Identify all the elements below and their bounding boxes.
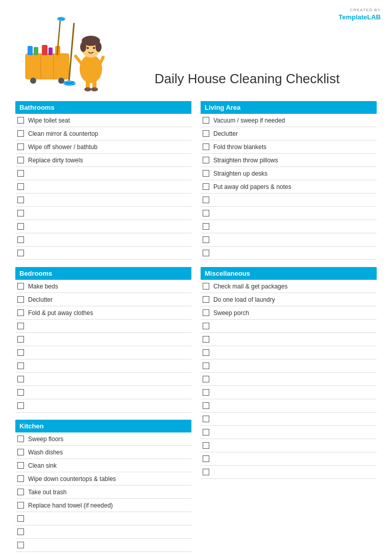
list-item[interactable]: Straighten throw pillows: [201, 154, 377, 167]
checkbox[interactable]: [17, 402, 24, 409]
checkbox[interactable]: [17, 143, 24, 150]
checkbox[interactable]: [17, 436, 24, 442]
checkbox[interactable]: [17, 462, 24, 469]
checkbox[interactable]: [17, 349, 24, 356]
item-label: Sweep floors: [28, 436, 63, 443]
checkbox[interactable]: [17, 223, 24, 230]
list-item[interactable]: Sweep floors: [15, 432, 191, 446]
checkbox[interactable]: [203, 170, 209, 177]
list-item[interactable]: Check mail & get packages: [201, 280, 377, 293]
checkbox[interactable]: [17, 542, 24, 548]
checkbox[interactable]: [17, 130, 24, 137]
list-item[interactable]: Replace dirty towels: [15, 154, 191, 167]
checkbox[interactable]: [203, 402, 209, 409]
checkbox[interactable]: [203, 296, 209, 303]
checkbox[interactable]: [203, 223, 209, 230]
checkbox[interactable]: [17, 157, 24, 163]
checkbox[interactable]: [203, 429, 209, 436]
checkbox[interactable]: [203, 323, 209, 329]
kitchen-section: Kitchen Sweep floors Wash dishes Clean s…: [15, 420, 191, 552]
svg-point-24: [80, 42, 86, 52]
brand-name: TemplateLAB: [338, 13, 381, 21]
empty-row: [15, 167, 191, 180]
checkbox[interactable]: [203, 309, 209, 316]
checkbox[interactable]: [203, 183, 209, 190]
checkbox[interactable]: [17, 363, 24, 369]
checkbox[interactable]: [17, 170, 24, 177]
checkbox[interactable]: [17, 449, 24, 455]
item-label: Wipe down countertops & tables: [28, 475, 116, 482]
empty-row: [15, 539, 191, 552]
list-item[interactable]: Take out trash: [15, 486, 191, 499]
list-item[interactable]: Clean mirror & countertop: [15, 127, 191, 140]
list-item[interactable]: Make beds: [15, 280, 191, 293]
checkbox[interactable]: [17, 283, 24, 289]
checkbox[interactable]: [17, 197, 24, 203]
item-label: Do one load of laundry: [213, 296, 275, 303]
cleaning-illustration: [15, 10, 117, 92]
item-label: Wipe toilet seat: [28, 117, 70, 124]
checkbox[interactable]: [17, 323, 24, 329]
checkbox[interactable]: [17, 376, 24, 382]
checkbox[interactable]: [17, 250, 24, 256]
list-item[interactable]: Fold throw blankets: [201, 140, 377, 154]
checkbox[interactable]: [17, 502, 24, 509]
checkbox[interactable]: [17, 528, 24, 535]
checkbox[interactable]: [203, 455, 209, 462]
checkbox[interactable]: [203, 197, 209, 203]
item-label: Vacuum / sweep if needed: [213, 117, 285, 124]
list-item[interactable]: Clean sink: [15, 459, 191, 472]
checkbox[interactable]: [203, 236, 209, 243]
list-item[interactable]: Wipe down countertops & tables: [15, 472, 191, 486]
checkbox[interactable]: [203, 283, 209, 289]
list-item[interactable]: Put away old papers & notes: [201, 180, 377, 194]
checklist-grid: Bathrooms Wipe toilet seat Clean mirror …: [15, 101, 377, 555]
checkbox[interactable]: [203, 389, 209, 396]
list-item[interactable]: Sweep porch: [201, 306, 377, 320]
checkbox[interactable]: [17, 515, 24, 522]
list-item[interactable]: Wipe off shower / bathtub: [15, 140, 191, 154]
item-label: Replace hand towel (if needed): [28, 502, 113, 509]
empty-row: [15, 359, 191, 373]
list-item[interactable]: Declutter: [201, 127, 377, 140]
list-item[interactable]: Vacuum / sweep if needed: [201, 114, 377, 127]
checkbox[interactable]: [203, 143, 209, 150]
checkbox[interactable]: [203, 376, 209, 382]
checkbox[interactable]: [17, 489, 24, 495]
checkbox[interactable]: [203, 469, 209, 475]
created-by-text: CREATED BY: [338, 7, 381, 13]
list-item[interactable]: Declutter: [15, 293, 191, 306]
item-label: Make beds: [28, 283, 58, 290]
svg-point-21: [91, 87, 98, 91]
checkbox[interactable]: [17, 389, 24, 396]
checkbox[interactable]: [17, 183, 24, 190]
empty-row: [15, 399, 191, 413]
checkbox[interactable]: [17, 210, 24, 216]
list-item[interactable]: Straighten up desks: [201, 167, 377, 180]
checkbox[interactable]: [17, 117, 24, 124]
list-item[interactable]: Fold & put away clothes: [15, 306, 191, 320]
checkbox[interactable]: [203, 416, 209, 422]
checkbox[interactable]: [203, 157, 209, 163]
checkbox[interactable]: [17, 336, 24, 343]
checkbox[interactable]: [203, 210, 209, 216]
item-label: Clean mirror & countertop: [28, 130, 98, 137]
list-item[interactable]: Do one load of laundry: [201, 293, 377, 306]
checkbox[interactable]: [17, 309, 24, 316]
checkbox[interactable]: [203, 363, 209, 369]
checkbox[interactable]: [17, 475, 24, 482]
checkbox[interactable]: [17, 236, 24, 243]
checkbox[interactable]: [203, 349, 209, 356]
checkbox[interactable]: [203, 250, 209, 256]
checkbox[interactable]: [203, 442, 209, 449]
svg-rect-0: [26, 54, 69, 79]
list-item[interactable]: Wash dishes: [15, 446, 191, 459]
empty-row: [201, 359, 377, 373]
list-item[interactable]: Replace hand towel (if needed): [15, 499, 191, 512]
checkbox[interactable]: [203, 117, 209, 124]
list-item[interactable]: Wipe toilet seat: [15, 114, 191, 127]
item-label: Wipe off shower / bathtub: [28, 143, 97, 151]
checkbox[interactable]: [203, 336, 209, 343]
checkbox[interactable]: [17, 296, 24, 303]
checkbox[interactable]: [203, 130, 209, 137]
